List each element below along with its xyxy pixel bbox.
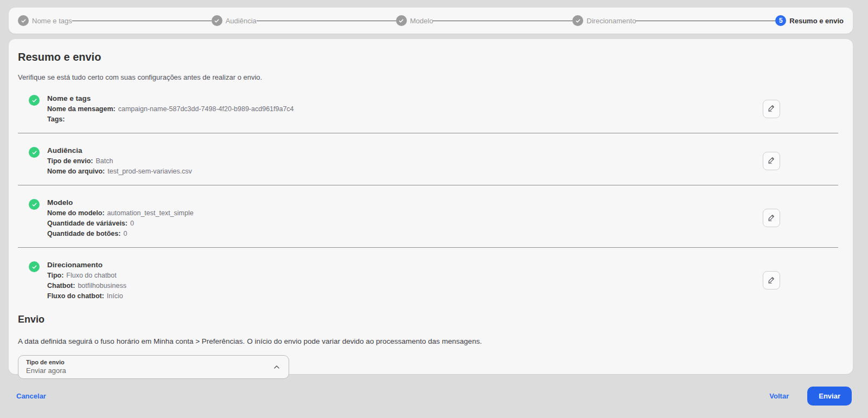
field-label: Fluxo do chatbot: <box>47 292 104 300</box>
field-label: Tags: <box>47 115 65 123</box>
pencil-icon <box>767 104 776 114</box>
section-modelo: Modelo Nome do modelo:automation_test_te… <box>18 198 844 237</box>
field-value: Batch <box>96 157 113 165</box>
field-label: Tipo de envio: <box>47 157 93 165</box>
edit-direcionamento-button[interactable] <box>763 271 780 290</box>
section-title: Audiência <box>47 146 763 155</box>
section-divider <box>18 133 838 133</box>
envio-title: Envio <box>18 314 844 325</box>
stepper-step-resumo-e-envio[interactable]: 5 Resumo e envio <box>775 15 844 26</box>
check-icon <box>29 199 40 210</box>
stepper-step-nome-e-tags[interactable]: Nome e tags <box>18 15 72 26</box>
stepper-connector <box>433 21 572 21</box>
field-row: Tipo de envio:Batch <box>47 157 763 165</box>
step-label: Audiência <box>226 17 257 25</box>
check-icon <box>212 15 222 26</box>
step-label: Direcionamento <box>586 17 636 25</box>
check-icon <box>18 15 29 26</box>
check-icon <box>29 95 40 106</box>
stepper-step-direcionamento[interactable]: Direcionamento <box>572 15 636 26</box>
section-divider <box>18 185 838 185</box>
edit-nome-e-tags-button[interactable] <box>763 100 780 118</box>
chevron-up-icon <box>272 363 281 374</box>
edit-audiencia-button[interactable] <box>763 152 780 170</box>
field-row: Tags: <box>47 115 763 123</box>
envio-note: A data definida seguirá o fuso horário e… <box>18 337 844 345</box>
field-value: Início <box>107 292 123 300</box>
field-row: Fluxo do chatbot:Início <box>47 292 763 300</box>
field-value: campaign-name-587dc3dd-7498-4f20-b989-ac… <box>118 105 294 113</box>
stepper-step-audiencia[interactable]: Audiência <box>212 15 257 26</box>
field-value: botfilhobusiness <box>78 282 126 290</box>
section-direcionamento: Direcionamento Tipo:Fluxo do chatbot Cha… <box>18 261 844 300</box>
stepper-step-modelo[interactable]: Modelo <box>396 15 433 26</box>
summary-card: Resumo e envio Verifique se está tudo ce… <box>9 39 853 374</box>
wizard-footer: Cancelar Voltar Enviar <box>0 374 868 418</box>
field-label: Chatbot: <box>47 282 75 290</box>
field-row: Nome do modelo:automation_test_text_simp… <box>47 209 763 217</box>
check-icon <box>572 15 583 26</box>
select-value: Enviar agora <box>26 366 281 375</box>
section-divider <box>18 247 838 248</box>
field-row: Nome do arquivo:test_prod-sem-variavies.… <box>47 168 763 175</box>
field-row: Quantidade de váriáveis:0 <box>47 220 763 227</box>
section-title: Modelo <box>47 198 763 207</box>
field-value: 0 <box>123 230 127 237</box>
step-number-badge: 5 <box>775 15 786 26</box>
submit-button[interactable]: Enviar <box>807 387 852 406</box>
back-button[interactable]: Voltar <box>769 392 789 400</box>
field-row: Tipo:Fluxo do chatbot <box>47 272 763 279</box>
section-nome-e-tags: Nome e tags Nome da mensagem:campaign-na… <box>18 94 844 123</box>
field-value: test_prod-sem-variavies.csv <box>107 168 192 175</box>
wizard-stepper: Nome e tags Audiência Modelo Direcioname… <box>9 8 853 34</box>
pencil-icon <box>767 156 776 166</box>
field-label: Nome da mensagem: <box>47 105 116 113</box>
field-label: Tipo: <box>47 272 63 279</box>
edit-modelo-button[interactable] <box>763 209 780 227</box>
check-icon <box>29 147 40 158</box>
field-value: automation_test_text_simple <box>107 209 194 217</box>
page-subtitle: Verifique se está tudo certo com suas co… <box>18 73 844 81</box>
cancel-button[interactable]: Cancelar <box>16 392 46 400</box>
section-title: Direcionamento <box>47 261 763 269</box>
field-label: Nome do modelo: <box>47 209 105 217</box>
field-row: Quantidade de botões:0 <box>47 230 763 237</box>
field-label: Quantidade de botões: <box>47 230 120 237</box>
stepper-connector <box>72 21 212 21</box>
field-label: Quantidade de váriáveis: <box>47 220 127 227</box>
step-label: Resumo e envio <box>789 17 844 25</box>
field-label: Nome do arquivo: <box>47 168 105 175</box>
field-value: Fluxo do chatbot <box>66 272 116 279</box>
page-title: Resumo e envio <box>18 51 844 63</box>
pencil-icon <box>767 275 776 286</box>
section-audiencia: Audiência Tipo de envio:Batch Nome do ar… <box>18 146 844 175</box>
check-icon <box>396 15 407 26</box>
stepper-connector <box>257 21 396 21</box>
section-title: Nome e tags <box>47 94 763 102</box>
step-label: Modelo <box>410 17 433 25</box>
field-row: Chatbot:botfilhobusiness <box>47 282 763 290</box>
field-value: 0 <box>130 220 134 227</box>
select-label: Tipo de envio <box>26 359 281 365</box>
check-icon <box>29 261 40 272</box>
stepper-connector <box>636 21 775 21</box>
field-row: Nome da mensagem:campaign-name-587dc3dd-… <box>47 105 763 113</box>
step-label: Nome e tags <box>32 17 72 25</box>
pencil-icon <box>767 213 776 223</box>
